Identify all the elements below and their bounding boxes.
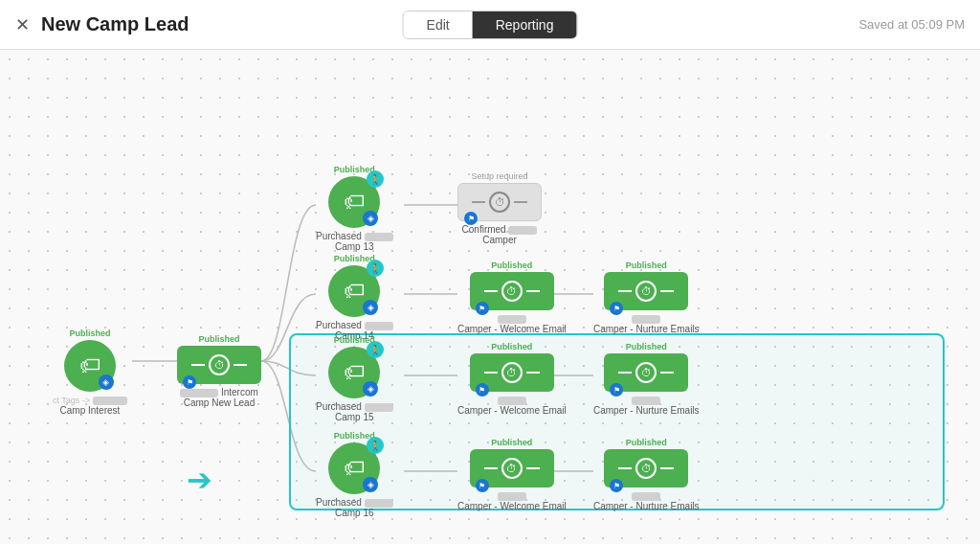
tab-group: Edit Reporting <box>403 11 578 39</box>
node-welcome16[interactable]: Published ⏱ ⚑ Camper - Welcome Email <box>457 438 567 511</box>
node-welcome15[interactable]: Published ⏱ ⚑ Camper - Welcome Email <box>457 342 567 416</box>
blue-badge: ⚑ <box>476 479 489 492</box>
blue-badge: ◈ <box>99 374 114 390</box>
tag-icon: 🏷 <box>344 360 365 385</box>
tag-icon: 🏷 <box>344 279 365 304</box>
blue-badge: ◈ <box>363 211 378 226</box>
published-badge: Published <box>491 261 532 270</box>
node-label: Confirmed Camper <box>462 224 538 245</box>
node-label: Camper - Nurture Emails <box>593 395 700 416</box>
tab-edit[interactable]: Edit <box>404 11 473 38</box>
node-intercom[interactable]: Published ⏱ ⚑ Intercom Camp New Lead <box>177 334 261 408</box>
walk-badge: 🚶 <box>367 260 384 277</box>
timer-node: ⏱ ⚑ <box>604 272 688 310</box>
node-camp13[interactable]: Published 🏷 🚶 ◈ Purchased Camp 13 <box>316 165 393 252</box>
blue-badge: ◈ <box>363 381 378 397</box>
setup-badge: Setup required <box>471 171 527 181</box>
node-nurture14[interactable]: Published ⏱ ⚑ Camper - Nurture Emails <box>593 261 700 334</box>
blue-badge: ◈ <box>363 300 378 315</box>
published-badge: Published <box>69 329 110 338</box>
workflow-canvas[interactable]: ➔ Published 🏷 ◈ ct Tags -> Camp Interest… <box>0 50 980 544</box>
published-badge: Published <box>626 438 667 447</box>
node-label: Purchased Camp 15 <box>316 401 393 422</box>
node-camp14[interactable]: Published 🏷 🚶 ◈ Purchased Camp 14 <box>316 254 393 341</box>
tag-icon: 🏷 <box>344 456 365 481</box>
tag-icon: 🏷 <box>344 190 365 215</box>
node-camp16[interactable]: Published 🏷 🚶 ◈ Purchased Camp 16 <box>316 431 393 518</box>
saved-status: Saved at 05:09 PM <box>858 17 965 32</box>
tag-icon: 🏷 <box>79 353 100 378</box>
node-label: Purchased Camp 13 <box>316 231 393 252</box>
node-label: ct Tags -> Camp Interest <box>53 395 127 416</box>
node-camp15[interactable]: Published 🏷 🚶 ◈ Purchased Camp 15 <box>316 335 393 422</box>
timer-node: ⏱ ⚑ <box>604 353 688 392</box>
node-nurture16[interactable]: Published ⏱ ⚑ Camper - Nurture Emails <box>593 438 700 511</box>
node-label: Camper - Welcome Email <box>457 490 567 511</box>
tag-icon-node: 🏷 🚶 ◈ <box>328 442 380 494</box>
blue-badge: ⚑ <box>476 302 489 315</box>
walk-badge: 🚶 <box>367 437 384 454</box>
walk-badge: 🚶 <box>367 170 384 188</box>
header: ✕ New Camp Lead Edit Reporting Saved at … <box>0 0 980 50</box>
node-label: Camper - Welcome Email <box>457 313 567 334</box>
teal-arrow: ➔ <box>187 462 212 498</box>
walk-badge: 🚶 <box>367 341 384 358</box>
page-title: New Camp Lead <box>41 13 189 35</box>
published-badge: Published <box>491 342 532 351</box>
timer-node: ⏱ ⚑ <box>470 272 554 310</box>
node-welcome14[interactable]: Published ⏱ ⚑ Camper - Welcome Email <box>457 261 567 334</box>
blue-badge: ⚑ <box>183 375 196 389</box>
tab-reporting[interactable]: Reporting <box>473 11 577 38</box>
tag-icon-node: 🏷 ◈ <box>64 340 116 392</box>
node-label: Purchased Camp 16 <box>316 497 393 518</box>
timer-node-intercom: ⏱ ⚑ <box>177 346 261 384</box>
tag-icon-node: 🏷 🚶 ◈ <box>328 265 380 317</box>
published-badge: Published <box>198 334 239 344</box>
blue-badge: ◈ <box>363 477 378 492</box>
timer-node-gray: ⏱ ⚑ <box>457 183 542 221</box>
node-label: Camper - Welcome Email <box>457 395 567 416</box>
node-camp-interest[interactable]: Published 🏷 ◈ ct Tags -> Camp Interest <box>53 329 127 416</box>
timer-node: ⏱ ⚑ <box>604 449 688 487</box>
app-container: ✕ New Camp Lead Edit Reporting Saved at … <box>0 0 980 544</box>
node-label: Camper - Nurture Emails <box>593 313 700 334</box>
node-nurture15[interactable]: Published ⏱ ⚑ Camper - Nurture Emails <box>593 342 700 416</box>
close-button[interactable]: ✕ <box>15 14 30 35</box>
timer-node: ⏱ ⚑ <box>470 449 554 487</box>
published-badge: Published <box>491 438 532 447</box>
tag-icon-node: 🏷 🚶 ◈ <box>328 176 380 228</box>
timer-node: ⏱ ⚑ <box>470 353 554 392</box>
published-badge: Published <box>626 261 667 270</box>
blue-badge: ⚑ <box>476 383 489 397</box>
published-badge: Published <box>626 342 667 351</box>
tag-icon-node: 🏷 🚶 ◈ <box>328 347 380 398</box>
node-confirmed[interactable]: Setup required ⏱ ⚑ Confirmed Camper <box>457 171 542 245</box>
node-label: Camper - Nurture Emails <box>593 490 700 511</box>
blue-badge: ⚑ <box>464 212 478 225</box>
node-label: Intercom Camp New Lead <box>180 387 258 408</box>
